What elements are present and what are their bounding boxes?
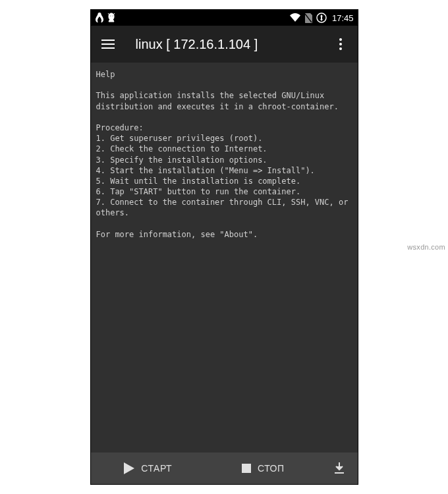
status-bar: 17:45 — [91, 10, 358, 26]
help-step: 5. Wait until the installation is comple… — [96, 177, 301, 186]
svg-rect-4 — [242, 464, 251, 473]
overflow-menu-button[interactable] — [331, 35, 350, 53]
notification-icon-cid — [107, 13, 116, 23]
stop-button[interactable]: СТОП — [206, 453, 321, 484]
app-bar: linux [ 172.16.1.104 ] — [91, 26, 358, 63]
help-intro: This application installs the selected G… — [96, 91, 339, 111]
app-title: linux [ 172.16.1.104 ] — [136, 37, 331, 52]
watermark: wsxdn.com — [407, 243, 445, 251]
svg-point-3 — [339, 47, 342, 50]
help-procedure-label: Procedure: — [96, 123, 144, 132]
help-step: 6. Tap "START" button to run the contain… — [96, 187, 301, 196]
wifi-icon — [290, 13, 300, 22]
more-vert-icon — [339, 38, 342, 50]
status-time: 17:45 — [332, 13, 354, 23]
hamburger-icon — [101, 40, 115, 49]
help-step: 3. Specify the installation options. — [96, 155, 267, 165]
help-step: 7. Connect to the container through CLI,… — [96, 198, 353, 217]
notification-icon-penguin — [95, 13, 104, 23]
start-button[interactable]: СТАРТ — [91, 453, 206, 484]
phone-frame: 17:45 linux [ 172.16.1.104 ] Help This a… — [91, 10, 358, 484]
download-icon — [333, 462, 345, 474]
stop-label: СТОП — [258, 463, 285, 474]
bottom-bar: СТАРТ СТОП — [91, 453, 358, 484]
no-sim-icon — [304, 13, 312, 23]
help-heading: Help — [96, 70, 115, 79]
terminal-output: Help This application installs the selec… — [91, 63, 358, 453]
svg-point-2 — [339, 43, 342, 45]
stop-icon — [242, 464, 251, 473]
help-footer: For more information, see "About". — [96, 230, 258, 239]
download-button[interactable] — [321, 453, 358, 484]
start-label: СТАРТ — [141, 463, 172, 474]
sync-icon — [316, 13, 327, 23]
play-icon — [124, 462, 134, 474]
menu-button[interactable] — [99, 35, 117, 53]
help-step: 2. Check the connection to Internet. — [96, 144, 267, 153]
svg-point-1 — [339, 38, 342, 41]
help-step: 1. Get superuser privileges (root). — [96, 134, 263, 143]
help-step: 4. Start the installation ("Menu => Inst… — [96, 166, 315, 175]
